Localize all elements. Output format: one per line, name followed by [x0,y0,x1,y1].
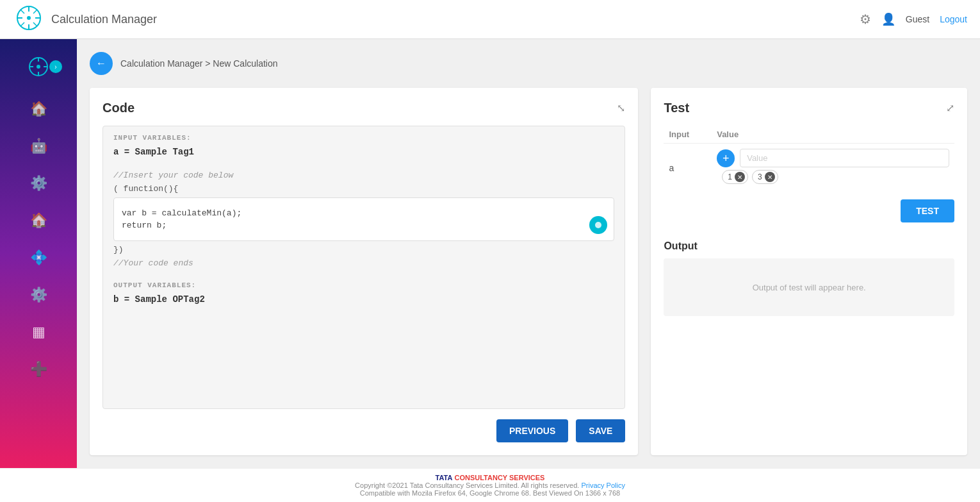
output-placeholder: Output of test will appear here. [753,283,866,292]
back-button[interactable]: ← [90,52,113,75]
user-icon: 👤 [881,12,895,26]
output-variables-label: OUTPUT VARIABLES: [113,281,614,289]
col-value: Value [712,126,954,144]
panels-row: Code ⤡ INPUT VARIABLES: a = Sample Tag1 … [90,88,967,455]
app-header: Calculation Manager ⚙ 👤 Guest Logout [0,0,980,39]
sidebar-item-home[interactable]: 🏠 [19,93,58,125]
footer-copyright: Copyright ©2021 Tata Consultancy Service… [355,481,579,489]
tag-chip-3: 3 ✕ [752,170,778,184]
code-panel: Code ⤡ INPUT VARIABLES: a = Sample Tag1 … [90,88,638,455]
code-panel-header: Code ⤡ [102,101,625,115]
main-layout: › 🏠 🤖 ⚙️ 🏠 💠 ⚙️ ▦ ➕ ← Calculation Manage… [0,39,980,468]
svg-line-7 [33,22,37,26]
closing-brace: }) [113,245,614,255]
row-input-label: a [669,163,674,173]
footer-privacy-link[interactable]: Privacy Policy [581,481,625,489]
tag-chip-1-close[interactable]: ✕ [735,172,745,182]
output-variable-line: b = Sample OPTag2 [113,294,614,305]
breadcrumb-bar: ← Calculation Manager > New Calculation [90,52,967,75]
function-open: ( function(){ [113,184,614,194]
username-label: Guest [906,14,929,24]
sidebar-item-robot[interactable]: 🤖 [19,130,58,162]
sidebar-item-home2[interactable]: 🏠 [19,205,58,237]
logout-link[interactable]: Logout [940,14,967,24]
test-input-row: a + 1 ✕ [664,144,954,192]
test-input-table: Input Value a + [664,126,954,192]
code-panel-footer: PREVIOUS SAVE [102,419,625,442]
test-panel-title: Test [664,101,689,115]
code-editor-section[interactable]: INPUT VARIABLES: a = Sample Tag1 //Inser… [102,126,625,409]
previous-button[interactable]: PREVIOUS [496,419,568,442]
app-logo [13,2,45,34]
code-expand-icon[interactable]: ⤡ [617,102,625,114]
svg-line-9 [20,22,24,26]
tag-chip-3-close[interactable]: ✕ [765,172,775,182]
output-section: Output Output of test will appear here. [664,240,954,316]
content-area: ← Calculation Manager > New Calculation … [77,39,980,468]
test-panel: Test ⤢ Input Value a [651,88,967,455]
output-label: Output [664,240,954,252]
comment-insert: //Insert your code below [113,171,614,180]
page-title: Calculation Manager [51,13,157,26]
settings-icon[interactable]: ⚙ [860,12,871,27]
output-box: Output of test will appear here. [664,258,954,316]
sidebar: › 🏠 🤖 ⚙️ 🏠 💠 ⚙️ ▦ ➕ [0,39,77,468]
tag-chip-3-label: 3 [758,172,762,181]
svg-point-1 [27,16,31,20]
save-button[interactable]: SAVE [576,419,625,442]
sidebar-item-grid[interactable]: ▦ [19,316,58,348]
tag-chip-1: 1 ✕ [722,170,748,184]
svg-line-8 [33,10,37,13]
col-input: Input [664,126,712,144]
test-panel-header: Test ⤢ [664,101,954,115]
test-button[interactable]: TEST [901,199,954,222]
footer-compatible: Compatible with Mozila Firefox 64, Googl… [360,489,620,497]
test-expand-icon[interactable]: ⤢ [946,102,954,114]
add-value-button[interactable]: + [717,149,735,167]
sidebar-item-cpu[interactable]: 💠 [19,242,58,274]
footer-tata: TATA [436,474,453,481]
value-input[interactable] [740,149,949,167]
code-line-1: var b = calculateMin(a); [122,208,606,218]
run-indicator [589,216,607,234]
code-line-2: return b; [122,221,606,230]
sidebar-item-settings1[interactable]: ⚙️ [19,167,58,199]
input-variables-label: INPUT VARIABLES: [113,134,614,142]
sidebar-logo-area: › [22,51,54,83]
breadcrumb: Calculation Manager > New Calculation [120,58,278,69]
tag-chips-container: 1 ✕ 3 ✕ [717,167,949,187]
comment-ends: //Your code ends [113,258,614,268]
value-cell: + [717,149,949,167]
page-footer: TATA CONSULTANCY SERVICES Copyright ©202… [0,468,980,502]
sidebar-toggle-btn[interactable]: › [49,60,62,73]
code-panel-title: Code [102,101,135,115]
sidebar-item-settings2[interactable]: ⚙️ [19,279,58,311]
tag-chip-1-label: 1 [728,172,732,181]
input-variable-line: a = Sample Tag1 [113,147,614,157]
sidebar-item-math[interactable]: ➕ [19,353,58,385]
code-editor-box[interactable]: var b = calculateMin(a); return b; [113,197,614,241]
footer-consultancy: CONSULTANCY SERVICES [454,474,544,481]
header-right: ⚙ 👤 Guest Logout [860,12,967,27]
svg-line-6 [20,10,24,13]
svg-point-11 [37,65,40,69]
